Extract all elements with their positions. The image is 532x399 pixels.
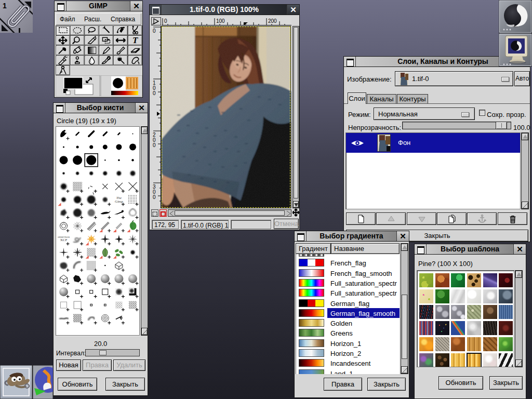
svg-text:200: 200 <box>268 18 277 24</box>
svg-text:0: 0 <box>164 18 167 24</box>
svg-text:Gimp: Gimp <box>115 200 123 204</box>
svg-text:0: 0 <box>153 142 156 148</box>
svg-text:T: T <box>132 35 138 45</box>
svg-text:XCF: XCF <box>60 238 68 242</box>
svg-text:1: 1 <box>3 2 7 10</box>
svg-text:0: 0 <box>153 194 156 200</box>
svg-text:0: 0 <box>153 90 156 96</box>
svg-text:0: 0 <box>153 28 156 34</box>
svg-text:100: 100 <box>216 18 225 24</box>
